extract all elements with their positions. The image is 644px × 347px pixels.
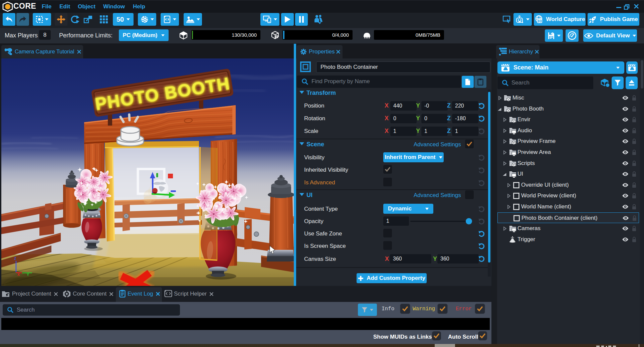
svg-text:Z: Z bbox=[14, 256, 16, 261]
svg-text:X: X bbox=[17, 273, 20, 277]
svg-text:Y: Y bbox=[27, 273, 29, 277]
